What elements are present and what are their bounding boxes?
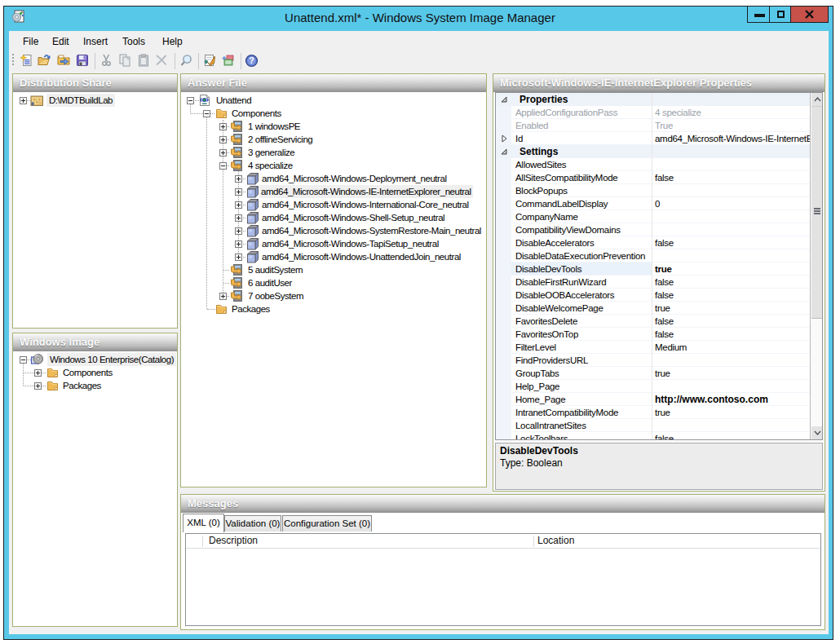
svg-text:?: ? [249, 55, 254, 65]
